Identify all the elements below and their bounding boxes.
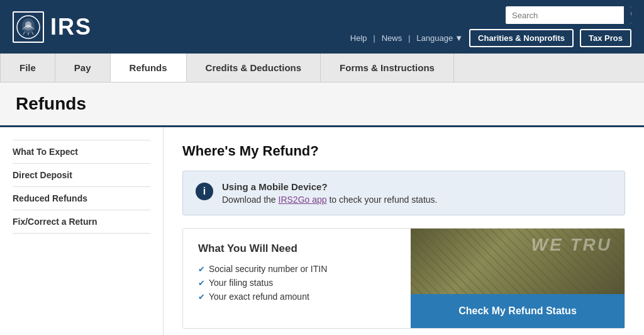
content-area: What To Expect Direct Deposit Reduced Re… [0,127,644,335]
info-box-title: Using a Mobile Device? [222,181,437,192]
info-box-text: Using a Mobile Device? Download the IRS2… [222,181,437,205]
info-box-body: Download the IRS2Go app to check your re… [222,195,437,205]
header-right: 🔍 Help | News | Language ▼ Charities & N… [350,6,631,47]
what-you-will-need-title: What You Will Need [198,242,396,255]
info-text-after-link: to check your refund status. [327,195,438,205]
sidebar-item-what-to-expect[interactable]: What To Expect [13,140,150,164]
refund-card-left: What You Will Need Social security numbe… [183,229,411,328]
check-refund-status-button[interactable]: Check My Refund Status [411,294,625,328]
check-list: Social security number or ITIN Your fili… [198,264,396,302]
site-header: IRS 🔍 Help | News | Language ▼ Charities… [0,0,644,82]
money-text-overlay: WE TRU [531,235,612,255]
irs-logo-text: IRS [50,14,92,40]
search-input[interactable] [506,7,624,24]
chevron-down-icon: ▼ [455,33,463,43]
check-list-item: Your filing status [198,278,396,288]
wheres-my-refund-heading: Where's My Refund? [182,143,625,159]
irs2go-link[interactable]: IRS2Go app [279,195,327,205]
main-nav: File Pay Refunds Credits & Deductions Fo… [0,54,644,82]
nav-pay[interactable]: Pay [55,54,111,82]
search-button[interactable]: 🔍 [624,6,631,24]
info-box: i Using a Mobile Device? Download the IR… [182,171,625,215]
nav-file[interactable]: File [0,54,55,82]
page-title-bar: Refunds [0,82,644,127]
sidebar-item-direct-deposit[interactable]: Direct Deposit [13,164,150,187]
tax-pros-button[interactable]: Tax Pros [580,29,631,47]
separator-1: | [374,34,375,43]
sidebar: What To Expect Direct Deposit Reduced Re… [0,127,164,335]
refund-card: What You Will Need Social security numbe… [182,228,625,329]
irs-eagle-svg [16,14,41,40]
sidebar-item-fix-correct[interactable]: Fix/Correct a Return [13,210,150,234]
separator-2: | [408,34,410,43]
header-top: IRS 🔍 Help | News | Language ▼ Charities… [0,0,644,54]
page-title: Refunds [16,94,628,114]
main-content: Where's My Refund? i Using a Mobile Devi… [164,127,644,335]
refund-card-right: WE TRU Check My Refund Status [411,229,625,328]
check-list-item: Your exact refund amount [198,292,396,302]
header-links: Help | News | Language ▼ Charities & Non… [350,29,631,47]
help-link[interactable]: Help [350,33,367,43]
info-text-before-link: Download the [222,195,279,205]
check-list-item: Social security number or ITIN [198,264,396,274]
charities-button[interactable]: Charities & Nonprofits [469,29,574,47]
nav-refunds[interactable]: Refunds [111,54,187,82]
nav-credits-deductions[interactable]: Credits & Deductions [187,54,321,82]
search-bar: 🔍 [506,6,631,24]
sidebar-item-reduced-refunds[interactable]: Reduced Refunds [13,187,150,210]
language-label: Language [416,33,453,43]
info-icon: i [196,183,213,200]
language-selector[interactable]: Language ▼ [416,33,463,43]
news-link[interactable]: News [382,33,402,43]
nav-forms-instructions[interactable]: Forms & Instructions [321,54,454,82]
irs-logo-icon [13,11,44,43]
logo-area: IRS [13,11,92,43]
